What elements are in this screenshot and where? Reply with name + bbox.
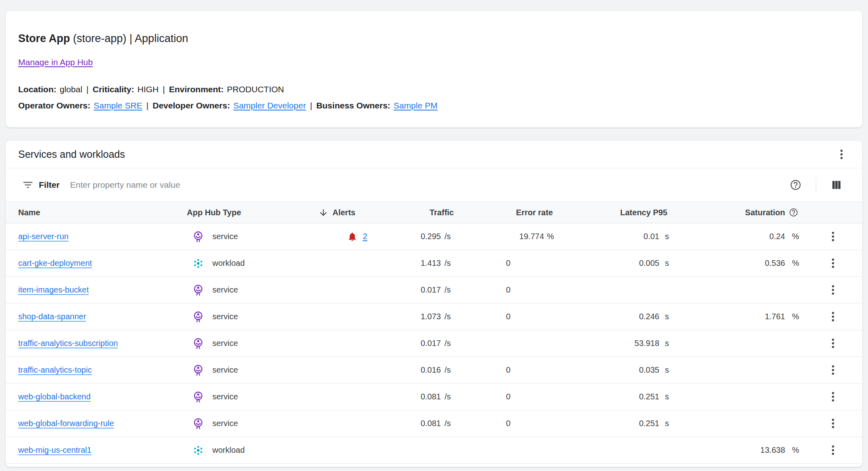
- business-owner-link[interactable]: Sample PM: [394, 101, 438, 110]
- row-error-rate-cell: 19.774%: [459, 223, 558, 250]
- column-header-alerts[interactable]: Alerts: [315, 202, 412, 223]
- filter-help-button[interactable]: [786, 175, 805, 195]
- developer-owner-link[interactable]: Sampler Developer: [233, 101, 306, 110]
- criticality-value: HIGH: [138, 85, 159, 94]
- kebab-menu-icon: [827, 417, 839, 430]
- saturation-value: 0.24: [672, 232, 785, 241]
- operator-owner-link[interactable]: Sample SRE: [94, 101, 142, 110]
- separator: |: [163, 85, 165, 94]
- latency-value: 0.246: [558, 312, 659, 321]
- latency-unit: s: [659, 259, 672, 268]
- row-type-label: service: [212, 392, 238, 401]
- error-rate-value: 0: [506, 419, 510, 428]
- row-traffic-cell: 0.081/s: [412, 384, 459, 410]
- row-name-link[interactable]: web-global-forwarding-rule: [18, 419, 114, 428]
- row-actions-button[interactable]: [823, 254, 843, 273]
- row-type-label: service: [212, 365, 238, 375]
- row-actions-button[interactable]: [823, 387, 843, 407]
- row-latency-cell: 0.246s: [558, 303, 672, 330]
- row-saturation-cell: 13.638%: [672, 437, 803, 463]
- row-saturation-cell: 0.24%: [672, 223, 803, 250]
- row-type-label: service: [212, 339, 238, 348]
- row-latency-cell: 0.251s: [558, 410, 672, 437]
- row-actions-button[interactable]: [823, 361, 843, 380]
- app-header-card: Store App (store-app) | Application Mana…: [6, 11, 862, 127]
- column-header-traffic[interactable]: Traffic: [412, 202, 459, 223]
- row-actions-cell: [803, 280, 862, 300]
- separator: |: [87, 85, 89, 94]
- row-traffic-cell: 0.016/s: [412, 357, 459, 383]
- row-name-cell: web-global-backend: [6, 392, 184, 401]
- separator: |: [146, 101, 148, 110]
- table-row: cart-gke-deployment workload 1.413/s: [6, 250, 862, 277]
- row-name-link[interactable]: item-images-bucket: [18, 285, 89, 294]
- services-card-header: Services and workloads: [6, 141, 862, 168]
- services-card: Services and workloads Filter: [6, 141, 862, 467]
- column-header-saturation[interactable]: Saturation: [672, 202, 803, 223]
- row-latency-cell: 53.918s: [558, 330, 672, 356]
- row-name-cell: traffic-analytics-subscription: [6, 339, 184, 348]
- table-row: web-mig-us-central1 workload 13.: [6, 437, 862, 464]
- row-name-link[interactable]: shop-data-spanner: [18, 312, 86, 321]
- card-more-actions-button[interactable]: [832, 145, 851, 164]
- row-type-label: workload: [212, 259, 245, 268]
- row-actions-button[interactable]: [823, 280, 843, 300]
- row-name-cell: web-mig-us-central1: [6, 446, 184, 455]
- error-rate-value: 0: [506, 285, 510, 295]
- kebab-menu-icon: [827, 444, 839, 456]
- row-name-cell: shop-data-spanner: [6, 312, 184, 321]
- row-latency-cell: [558, 277, 672, 303]
- manage-app-hub-link[interactable]: Manage in App Hub: [18, 56, 93, 68]
- divider: [816, 178, 816, 193]
- traffic-value: 1.073: [412, 312, 441, 321]
- service-icon: [192, 284, 205, 297]
- latency-unit: s: [659, 312, 672, 321]
- service-icon: [192, 390, 205, 403]
- row-name-link[interactable]: web-global-backend: [18, 392, 91, 401]
- environment-value: PRODUCTION: [227, 85, 284, 94]
- row-actions-button[interactable]: [823, 441, 843, 460]
- row-name-link[interactable]: traffic-analytics-subscription: [18, 339, 118, 348]
- saturation-help-icon[interactable]: [789, 208, 798, 217]
- filter-icon: [22, 179, 34, 191]
- traffic-unit: /s: [441, 312, 459, 321]
- latency-value: 0.251: [558, 419, 659, 428]
- kebab-menu-icon: [827, 364, 839, 376]
- row-name-link[interactable]: traffic-analytics-topic: [18, 365, 92, 374]
- row-error-rate-cell: 0: [459, 250, 558, 276]
- alert-bell-icon: [347, 231, 358, 242]
- row-type-cell: service: [184, 390, 315, 403]
- row-name-link[interactable]: api-server-run: [18, 232, 68, 241]
- row-traffic-cell: [412, 437, 459, 463]
- row-name-link[interactable]: web-mig-us-central1: [18, 446, 91, 454]
- row-actions-cell: [803, 414, 862, 433]
- column-header-actions-spacer: [803, 202, 862, 223]
- column-header-name[interactable]: Name: [6, 202, 184, 223]
- alert-count-link[interactable]: 2: [363, 232, 367, 241]
- row-traffic-cell: 0.081/s: [412, 410, 459, 437]
- error-rate-unit: %: [544, 232, 558, 241]
- service-icon: [192, 417, 205, 430]
- help-circle-icon: [790, 179, 802, 191]
- row-latency-cell: [558, 437, 672, 463]
- row-actions-button[interactable]: [823, 414, 843, 433]
- saturation-value: 13.638: [672, 446, 785, 455]
- row-actions-button[interactable]: [823, 227, 843, 246]
- row-latency-cell: 0.005s: [558, 250, 672, 276]
- row-type-cell: service: [184, 310, 315, 323]
- app-title-rest: (store-app) | Application: [73, 32, 188, 45]
- row-actions-button[interactable]: [823, 334, 843, 353]
- filter-input[interactable]: [70, 180, 786, 190]
- latency-value: 53.918: [558, 339, 659, 348]
- column-header-app-hub-type[interactable]: App Hub Type: [184, 202, 315, 223]
- row-saturation-cell: [672, 330, 803, 356]
- row-actions-button[interactable]: [823, 307, 843, 327]
- row-latency-cell: 0.035s: [558, 357, 672, 383]
- row-name-link[interactable]: cart-gke-deployment: [18, 259, 92, 267]
- kebab-menu-icon: [827, 310, 839, 323]
- page: Store App (store-app) | Application Mana…: [0, 0, 868, 471]
- column-header-latency[interactable]: Latency P95: [558, 202, 672, 223]
- app-meta-line-2: Operator Owners:Sample SRE|Developer Own…: [18, 98, 850, 114]
- column-header-error-rate[interactable]: Error rate: [459, 202, 558, 223]
- column-picker-button[interactable]: [827, 175, 846, 195]
